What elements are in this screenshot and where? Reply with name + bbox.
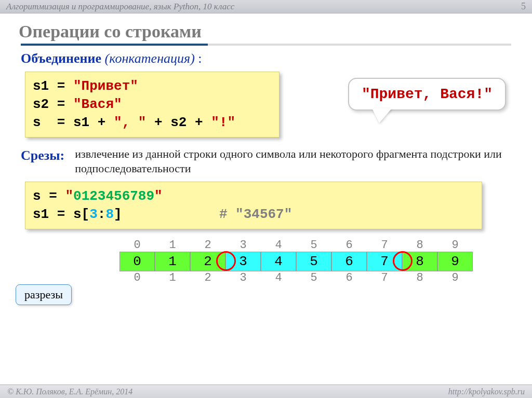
code-text: s1 =: [33, 78, 73, 94]
char-cell: 4: [261, 252, 296, 271]
code-concat: s1 = "Привет" s2 = "Вася" s = s1 + ", " …: [25, 72, 280, 138]
footer: © К.Ю. Поляков, Е.А. Ерёмин, 2014 http:/…: [0, 385, 532, 398]
index-cell: 3: [225, 271, 261, 284]
index-cell: 0: [119, 239, 155, 252]
code-text: s =: [33, 188, 65, 204]
char-cell: 7: [367, 252, 402, 271]
code-text: s = s1 +: [33, 115, 114, 130]
code-index: 3: [89, 207, 98, 222]
index-cell: 2: [190, 239, 225, 252]
code-slice: s = "0123456789" s1 = s[3:8] # "34567": [25, 182, 482, 229]
index-cell: 6: [331, 239, 367, 252]
concat-label: Объединение: [21, 51, 101, 66]
title-underline: [21, 44, 511, 46]
char-cell: 9: [437, 252, 473, 271]
index-cell: 8: [402, 271, 437, 284]
index-cell: 5: [296, 271, 331, 284]
code-string: "Вася": [73, 97, 122, 112]
code-text: s2 =: [33, 97, 73, 112]
code-index: 8: [105, 207, 114, 222]
concat-colon: :: [195, 51, 202, 66]
concat-heading: Объединение (конкатенация) :: [21, 51, 511, 66]
top-indices: 0 1 2 3 4 5 6 7 8 9: [119, 239, 511, 252]
code-text: + s2 +: [146, 115, 211, 130]
index-cell: 6: [331, 271, 367, 284]
code-text: s1 = s[: [33, 207, 89, 222]
slice-description: извлечение из данной строки одного симво…: [75, 147, 511, 176]
char-cell: 5: [296, 252, 331, 271]
code-pad: [122, 207, 219, 222]
course-label: Алгоритмизация и программирование, язык …: [6, 2, 234, 12]
result-bubble: "Привет, Вася!": [348, 78, 506, 111]
char-cell: 6: [331, 252, 367, 271]
char-cell: 3: [225, 252, 261, 271]
slice-heading: Срезы:: [21, 147, 64, 163]
index-cell: 7: [367, 239, 402, 252]
index-cell: 0: [119, 271, 155, 284]
cuts-tag: разрезы: [16, 284, 72, 305]
code-comment: # "34567": [219, 207, 292, 222]
copyright: © К.Ю. Поляков, Е.А. Ерёмин, 2014: [7, 387, 132, 396]
index-cell: 3: [225, 239, 261, 252]
char-cell: 2: [190, 252, 225, 271]
code-string: ", ": [114, 115, 146, 130]
index-cell: 7: [367, 271, 402, 284]
index-cell: 1: [155, 239, 190, 252]
index-table: 0 1 2 3 4 5 6 7 8 9 0 1 2 3 4 5 6 7 8 9 …: [119, 239, 511, 284]
code-text: :: [98, 207, 106, 222]
index-cell: 9: [437, 239, 473, 252]
index-cell: 1: [155, 271, 190, 284]
index-cell: 4: [261, 271, 296, 284]
code-string: "!": [211, 115, 235, 130]
index-cell: 2: [190, 271, 225, 284]
code-number: 0123456789: [73, 188, 154, 204]
slide-content: Операции со строками Объединение (конкат…: [0, 13, 532, 284]
index-cell: 4: [261, 239, 296, 252]
index-cell: 8: [402, 239, 437, 252]
code-string: ": [65, 188, 73, 204]
char-cell: 8: [402, 252, 437, 271]
string-cells: 0 1 2 3 4 5 6 7 8 9: [119, 252, 511, 271]
index-cell: 9: [437, 271, 473, 284]
slice-label: Срезы:: [21, 148, 64, 163]
code-string: ": [154, 188, 163, 204]
code-text: ]: [114, 207, 122, 222]
page-number: 5: [521, 1, 526, 12]
index-cell: 5: [296, 239, 331, 252]
topbar: Алгоритмизация и программирование, язык …: [0, 0, 532, 13]
bottom-indices: 0 1 2 3 4 5 6 7 8 9: [119, 271, 511, 284]
char-cell: 0: [119, 252, 155, 271]
code-string: "Привет": [73, 78, 138, 94]
slide-title: Операции со строками: [19, 22, 511, 42]
concat-paren: (конкатенация): [105, 51, 195, 66]
footer-url: http://kpolyakov.spb.ru: [448, 387, 525, 396]
char-cell: 1: [155, 252, 190, 271]
